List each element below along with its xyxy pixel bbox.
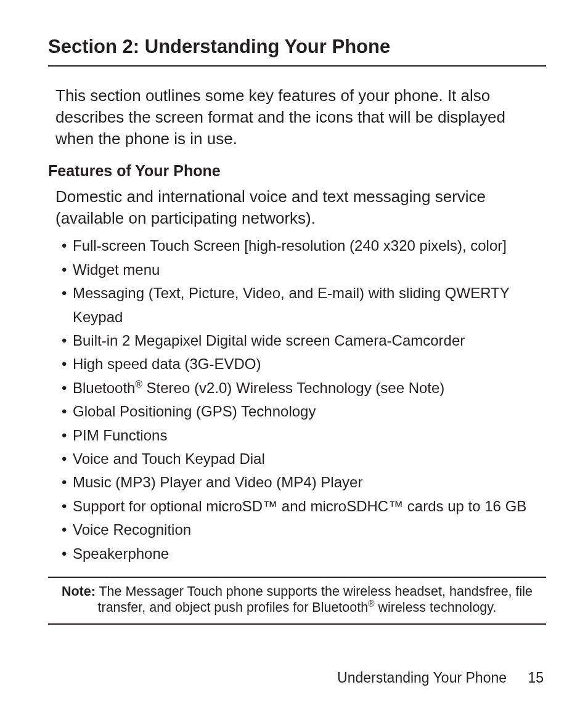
note-text: Note: The Messager Touch phone supports … xyxy=(48,582,546,620)
title-divider xyxy=(48,65,546,67)
list-item: Speakerphone xyxy=(62,542,546,566)
list-item: Full-screen Touch Screen [high-resolutio… xyxy=(62,234,546,258)
list-item: Widget menu xyxy=(62,258,546,282)
list-item: PIM Functions xyxy=(62,424,546,447)
features-heading: Features of Your Phone xyxy=(48,162,546,180)
note-bottom-divider xyxy=(48,623,546,625)
section-title: Section 2: Understanding Your Phone xyxy=(48,36,546,58)
list-item: Global Positioning (GPS) Technology xyxy=(62,400,546,423)
list-item: Built-in 2 Megapixel Digital wide screen… xyxy=(62,329,546,352)
features-list: Full-screen Touch Screen [high-resolutio… xyxy=(62,234,546,565)
registered-icon: ® xyxy=(135,379,142,389)
list-item: High speed data (3G-EVDO) xyxy=(62,352,546,376)
list-item: Bluetooth® Stereo (v2.0) Wireless Techno… xyxy=(62,376,546,400)
note-top-divider xyxy=(48,577,546,578)
list-item: Voice Recognition xyxy=(62,518,546,542)
list-item: Support for optional microSD™ and microS… xyxy=(62,495,546,518)
intro-paragraph: This section outlines some key features … xyxy=(55,85,546,150)
list-item: Music (MP3) Player and Video (MP4) Playe… xyxy=(62,471,546,494)
features-intro: Domestic and international voice and tex… xyxy=(55,186,546,229)
list-item: Voice and Touch Keypad Dial xyxy=(62,447,546,471)
footer-section-name: Understanding Your Phone xyxy=(337,670,507,686)
page-footer: Understanding Your Phone 15 xyxy=(337,670,544,686)
list-item: Messaging (Text, Picture, Video, and E-m… xyxy=(62,282,546,329)
note-label: Note: xyxy=(62,584,96,599)
registered-icon: ® xyxy=(368,599,374,609)
page-number: 15 xyxy=(528,670,544,686)
note-body-after: wireless technology. xyxy=(374,600,496,615)
document-page: Section 2: Understanding Your Phone This… xyxy=(0,0,588,722)
